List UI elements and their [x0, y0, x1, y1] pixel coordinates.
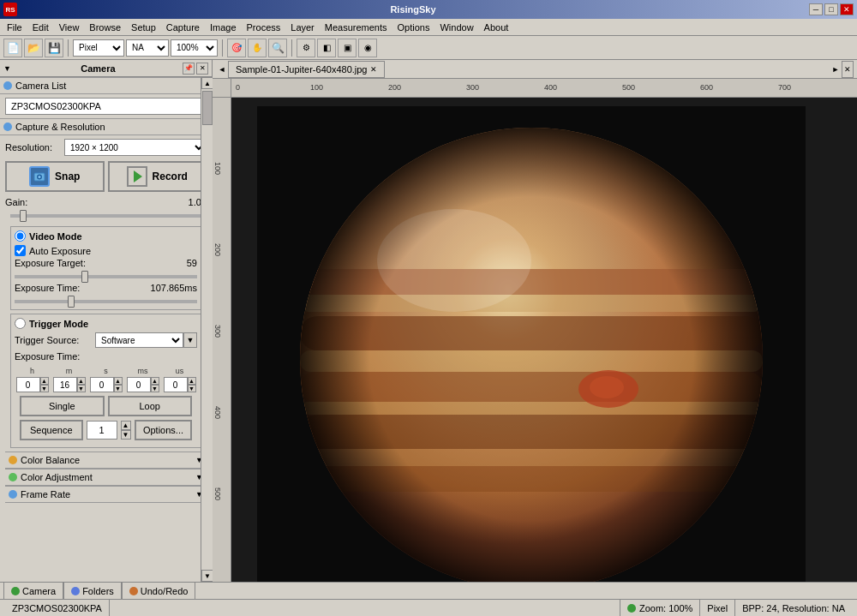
svg-point-2	[39, 176, 41, 178]
time-us-down[interactable]: ▼	[188, 385, 196, 392]
menu-window[interactable]: Window	[434, 21, 478, 34]
tab-nav-prev[interactable]: ◄	[216, 61, 228, 78]
toolbar-open[interactable]: 📂	[24, 39, 43, 57]
menu-browse[interactable]: Browse	[84, 21, 126, 34]
color-adjustment-header[interactable]: Color Adjustment ▼	[5, 469, 207, 486]
v-tick-100: 100	[213, 162, 222, 175]
toolbar-extra3[interactable]: ▣	[338, 39, 357, 57]
time-m-up[interactable]: ▲	[77, 377, 86, 385]
menu-setup[interactable]: Setup	[126, 21, 161, 34]
image-tab-close[interactable]: ✕	[370, 65, 377, 74]
time-m-down[interactable]: ▼	[77, 385, 86, 392]
zoom-select[interactable]: 100%	[171, 39, 218, 57]
app-icon: RS	[3, 3, 17, 16]
exposure-hms-label: Exposure Time:	[15, 351, 80, 362]
menu-view[interactable]: View	[54, 21, 85, 34]
sequence-up[interactable]: ▲	[121, 421, 131, 430]
tab-folders[interactable]: Folders	[63, 582, 122, 599]
image-tab-jupiter[interactable]: Sample-01-Jupiter-640x480.jpg ✕	[228, 61, 385, 78]
time-us-input[interactable]	[164, 377, 188, 392]
time-s-input[interactable]	[90, 377, 114, 392]
panel-close-button[interactable]: ✕	[196, 63, 208, 75]
scrollbar-up[interactable]: ▲	[201, 77, 213, 89]
na-select[interactable]: NA	[126, 39, 169, 57]
canvas-with-rulers: 100 200 300 400 500 0 100 200 300 400 50…	[213, 79, 857, 582]
video-mode-radio[interactable]	[15, 230, 26, 242]
left-panel: ▼ Camera 📌 ✕ Camera List ▼ ZP3CMOS02300K…	[0, 60, 213, 582]
image-tab-bar: ◄ Sample-01-Jupiter-640x480.jpg ✕ ► ✕	[213, 60, 857, 79]
title-bar: RS RisingSky ─ □ ✕	[0, 0, 857, 19]
sequence-button[interactable]: Sequence	[20, 420, 83, 440]
sequence-count-input[interactable]	[87, 421, 117, 440]
time-h-up[interactable]: ▲	[40, 377, 49, 385]
resolution-select[interactable]: 1920 × 1200	[64, 139, 207, 156]
toolbar-hand[interactable]: ✋	[248, 39, 267, 57]
scrollbar-thumb[interactable]	[202, 91, 213, 125]
menu-edit[interactable]: Edit	[27, 21, 54, 34]
time-h-spin: ▲ ▼	[40, 377, 49, 392]
camera-list-dot	[3, 81, 12, 90]
time-h-input[interactable]	[16, 377, 40, 392]
menu-image[interactable]: Image	[205, 21, 242, 34]
time-s-down[interactable]: ▼	[114, 385, 123, 392]
options-button[interactable]: Options...	[135, 420, 192, 440]
toolbar-cursor[interactable]: 🎯	[227, 39, 246, 57]
exposure-target-slider[interactable]	[15, 275, 197, 278]
camera-list-header[interactable]: Camera List ▼	[0, 77, 212, 94]
trigger-source-select[interactable]: Software	[95, 332, 183, 348]
tab-close-all[interactable]: ✕	[842, 61, 854, 78]
tab-camera[interactable]: Camera	[3, 582, 63, 599]
frame-rate-header[interactable]: Frame Rate ▼	[5, 486, 207, 503]
loop-button[interactable]: Loop	[108, 396, 193, 416]
menu-layer[interactable]: Layer	[285, 21, 320, 34]
menu-options[interactable]: Options	[393, 21, 435, 34]
video-mode-title: Video Mode	[29, 231, 82, 242]
time-ms-input[interactable]	[127, 377, 151, 392]
snap-button[interactable]: Snap	[5, 161, 105, 192]
capture-resolution-header[interactable]: Capture & Resolution ▼	[0, 118, 212, 135]
sequence-down[interactable]: ▼	[121, 430, 131, 440]
menu-capture[interactable]: Capture	[161, 21, 205, 34]
time-us-up[interactable]: ▲	[188, 377, 196, 385]
close-button[interactable]: ✕	[840, 3, 854, 15]
capture-resolution-dot	[3, 123, 12, 131]
toolbar: 📄 📂 💾 Pixel NA 100% 🎯 ✋ 🔍 ⚙ ◧ ▣ ◉	[0, 36, 857, 60]
toolbar-new[interactable]: 📄	[3, 39, 22, 57]
camera-list-title: Camera List	[15, 81, 66, 91]
time-ms-down[interactable]: ▼	[151, 385, 159, 392]
maximize-button[interactable]: □	[824, 3, 838, 15]
pixel-type-select[interactable]: Pixel	[73, 39, 124, 57]
status-bar: ZP3CMOS02300KPA Zoom: 100% Pixel BPP: 24…	[0, 599, 857, 616]
tab-undo-redo[interactable]: Undo/Redo	[122, 582, 196, 599]
image-tab-title: Sample-01-Jupiter-640x480.jpg	[236, 64, 367, 75]
toolbar-extra1[interactable]: ⚙	[297, 39, 315, 57]
minimize-button[interactable]: ─	[809, 3, 823, 15]
scrollbar-down[interactable]: ▼	[201, 570, 213, 582]
toolbar-zoom-in[interactable]: 🔍	[268, 39, 287, 57]
toolbar-save[interactable]: 💾	[45, 39, 63, 57]
trigger-mode-radio[interactable]	[15, 318, 26, 329]
time-m-input[interactable]	[53, 377, 77, 392]
panel-pin-button[interactable]: 📌	[183, 63, 195, 75]
time-ms-up[interactable]: ▲	[151, 377, 159, 385]
menu-process[interactable]: Process	[242, 21, 286, 34]
menu-file[interactable]: File	[2, 21, 27, 34]
camera-list-item[interactable]: ZP3CMOS02300KPA	[5, 98, 207, 115]
auto-exposure-checkbox[interactable]	[15, 245, 26, 256]
toolbar-extra4[interactable]: ◉	[358, 39, 377, 57]
menu-measurements[interactable]: Measurements	[320, 21, 393, 34]
time-s-up[interactable]: ▲	[114, 377, 123, 385]
menu-about[interactable]: About	[479, 21, 514, 34]
time-h-down[interactable]: ▼	[40, 385, 49, 392]
gain-slider[interactable]	[10, 214, 201, 218]
image-viewport[interactable]	[231, 98, 857, 582]
single-button[interactable]: Single	[20, 396, 105, 416]
exposure-time-slider[interactable]	[15, 300, 197, 303]
trigger-dropdown-button[interactable]: ▼	[183, 332, 197, 348]
tab-nav-next[interactable]: ►	[830, 61, 842, 78]
toolbar-extra2[interactable]: ◧	[317, 39, 336, 57]
color-balance-header[interactable]: Color Balance ▼	[5, 452, 207, 469]
trigger-mode-section: Trigger Mode Trigger Source: Software ▼	[10, 314, 201, 448]
record-button[interactable]: Record	[108, 161, 207, 192]
h-tick-100: 100	[310, 83, 323, 92]
